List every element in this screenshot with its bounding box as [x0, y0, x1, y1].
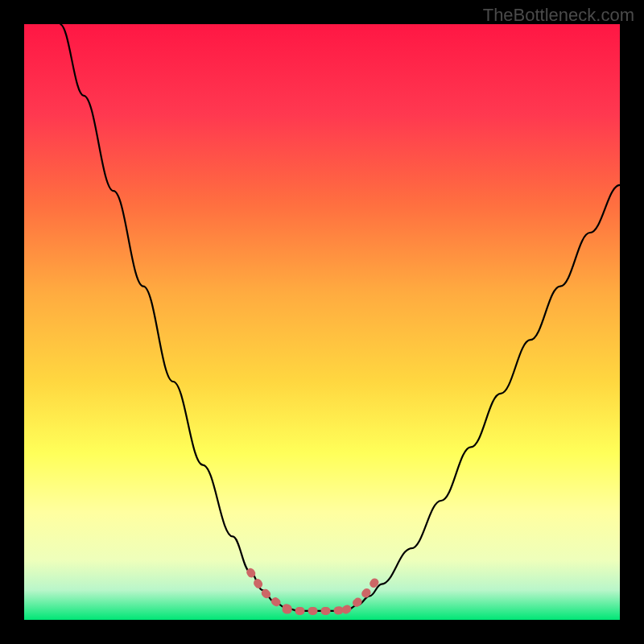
curve-left: [60, 24, 298, 611]
chart-curves-layer: [24, 24, 620, 620]
curve-right: [346, 185, 620, 611]
marker-bottom-dashes: [287, 609, 346, 610]
marker-left-dashes: [250, 572, 292, 610]
watermark-text: TheBottleneck.com: [483, 5, 634, 26]
chart-container: [24, 24, 620, 620]
